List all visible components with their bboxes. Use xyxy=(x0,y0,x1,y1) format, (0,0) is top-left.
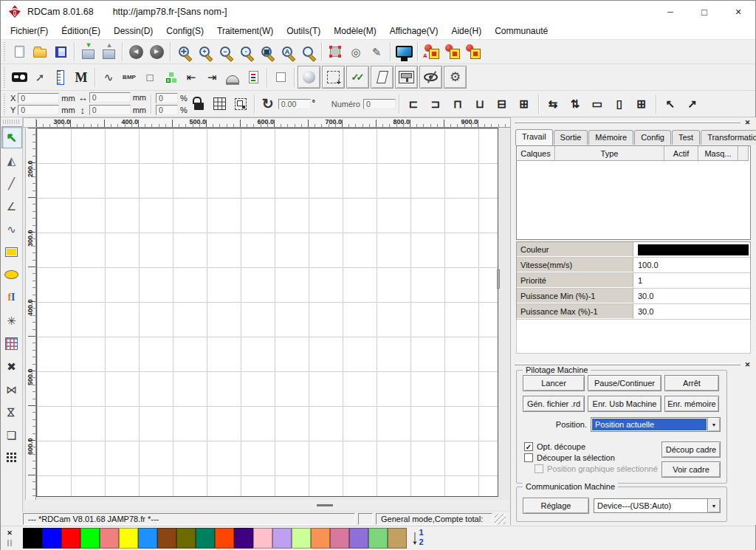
property-value[interactable]: 1 xyxy=(633,273,750,288)
align-top-button[interactable]: ⊓ xyxy=(447,93,469,115)
enr-usb-machine-button[interactable]: Enr. Usb Machine xyxy=(588,396,662,412)
machine-panel-close-button[interactable]: ✕ xyxy=(743,360,752,369)
align-center-h-button[interactable]: ⊟ xyxy=(491,93,513,115)
arret-button[interactable]: Arrêt xyxy=(664,375,719,391)
menu-traitement[interactable]: Traitement(W) xyxy=(210,24,280,38)
relative-position-button[interactable] xyxy=(230,94,251,114)
rotate-button[interactable]: ↻ xyxy=(258,94,278,114)
column-header[interactable]: Type xyxy=(555,146,664,161)
open-file-button[interactable] xyxy=(30,41,50,62)
menu-outils[interactable]: Outils(T) xyxy=(280,24,327,38)
tab-travail[interactable]: Travail xyxy=(515,129,553,145)
palette-color-11[interactable] xyxy=(215,528,234,549)
resize-grip[interactable] xyxy=(495,514,506,524)
layers-table[interactable]: CalquesTypeActifMasq... xyxy=(516,145,751,240)
palette-close-button[interactable]: ✕ xyxy=(5,529,14,537)
save-file-button[interactable] xyxy=(50,41,71,62)
palette-grip[interactable] xyxy=(7,540,12,546)
palette-color-17[interactable] xyxy=(330,528,349,549)
minimize-button[interactable]: ─ xyxy=(653,1,687,23)
palette-color-14[interactable] xyxy=(272,528,292,549)
select-frame-button[interactable] xyxy=(325,41,346,62)
tab-mémoire[interactable]: Mémoire xyxy=(588,130,633,145)
menu-fichier[interactable]: Fichier(F) xyxy=(4,24,55,38)
pen-button[interactable]: ✎ xyxy=(366,41,387,62)
tab-sortie[interactable]: Sortie xyxy=(554,130,588,145)
array-tool-button[interactable] xyxy=(1,447,22,469)
preview-monitor-button[interactable] xyxy=(394,41,414,62)
column-header[interactable]: Actif xyxy=(664,146,698,161)
y-input[interactable] xyxy=(18,105,59,115)
palette-color-9[interactable] xyxy=(176,528,196,549)
menu-affichage[interactable]: Affichage(V) xyxy=(383,24,445,38)
mirror-v-tool-button[interactable]: ⋈ xyxy=(1,401,22,423)
pattern-tool-button[interactable] xyxy=(1,332,22,354)
color-swatch[interactable] xyxy=(638,244,749,255)
mirror-h-tool-button[interactable]: ⋈ xyxy=(1,378,22,400)
position-select[interactable]: Position actuelle ▼ xyxy=(591,417,721,432)
offset-tool-button[interactable]: ❏ xyxy=(1,424,22,446)
stamp-button[interactable] xyxy=(222,67,243,88)
marquee-add-button[interactable] xyxy=(322,66,345,89)
decouper-selection-checkbox[interactable] xyxy=(524,453,533,462)
layer-color-list-button[interactable] xyxy=(243,67,264,88)
zoom-in-button[interactable]: + xyxy=(194,41,215,62)
node-join-button[interactable] xyxy=(160,67,181,88)
menu-config[interactable]: Config(S) xyxy=(159,24,210,38)
maximize-button[interactable]: □ xyxy=(687,1,721,23)
ellipse-tool-button[interactable] xyxy=(1,264,22,286)
dock-grip[interactable] xyxy=(515,121,740,123)
star-tool-button[interactable]: ✳ xyxy=(1,309,22,331)
undo-button[interactable]: ◀ xyxy=(126,41,146,62)
voir-cadre-button[interactable]: Voir cadre xyxy=(662,461,721,478)
palette-color-13[interactable] xyxy=(253,528,272,549)
decoup-cadre-button[interactable]: Découp cadre xyxy=(662,441,721,458)
property-value[interactable]: 30.0 xyxy=(633,304,750,319)
cut-preview-1-button[interactable]: A xyxy=(421,41,441,62)
same-width-button[interactable]: ▭ xyxy=(586,93,608,115)
menu-dessin[interactable]: Dessin(D) xyxy=(107,24,159,38)
width-input[interactable] xyxy=(89,92,131,103)
opt-decoupe-checkbox[interactable]: ✓ xyxy=(524,442,533,451)
lancer-button[interactable]: Lancer xyxy=(523,375,585,391)
align-left-button[interactable]: ⊏ xyxy=(402,93,425,115)
zoom-page-button[interactable]: ▫ xyxy=(236,41,256,62)
chevron-down-icon[interactable]: ▼ xyxy=(707,499,720,512)
laser-head-button[interactable] xyxy=(395,66,418,89)
palette-color-15[interactable] xyxy=(292,528,311,549)
curve-button[interactable]: ∿ xyxy=(98,67,119,88)
redo-button[interactable]: ▶ xyxy=(146,41,167,62)
anchor-point-button[interactable]: ◎ xyxy=(346,41,366,62)
splitter-handle[interactable] xyxy=(317,504,333,506)
scale-x-input[interactable] xyxy=(156,93,178,103)
numero-input[interactable] xyxy=(363,99,396,109)
camera-button[interactable] xyxy=(9,67,30,88)
bezier-tool-button[interactable]: ∿ xyxy=(1,218,22,240)
rectangle-tool-button[interactable] xyxy=(1,241,22,263)
dimension-h1-button[interactable]: ⇤ xyxy=(181,67,202,88)
menu-édition[interactable]: Édition(E) xyxy=(55,24,107,38)
property-value[interactable]: 100.0 xyxy=(633,258,750,272)
corner-top-right-button[interactable]: ↗ xyxy=(681,93,704,115)
space-equal-h-button[interactable]: ⇆ xyxy=(542,93,564,115)
property-value[interactable]: 30.0 xyxy=(633,289,750,303)
chevron-down-icon[interactable]: ▼ xyxy=(707,418,720,431)
palette-color-4[interactable] xyxy=(80,528,100,549)
double-check-button[interactable]: ✓✓ xyxy=(346,66,369,89)
palette-color-5[interactable] xyxy=(100,528,119,549)
text-tool-button[interactable]: fI xyxy=(1,286,22,309)
zoom-frame-button[interactable]: ▦ xyxy=(256,41,277,62)
zoom-out-button[interactable]: − xyxy=(215,41,236,62)
node-edit-tool-button[interactable]: ◭ xyxy=(1,149,22,171)
export-image-button[interactable] xyxy=(98,41,119,62)
palette-color-12[interactable] xyxy=(234,528,253,549)
bmp-button[interactable]: BMP xyxy=(119,67,140,88)
align-right-button[interactable]: ⊐ xyxy=(425,93,447,115)
palette-color-16[interactable] xyxy=(311,528,330,549)
device-select[interactable]: Device---(USB:Auto) ▼ xyxy=(594,498,721,513)
height-input[interactable] xyxy=(89,105,131,115)
palette-color-18[interactable] xyxy=(349,528,368,549)
palette-color-2[interactable] xyxy=(42,528,61,549)
dimension-h2-button[interactable]: ⇥ xyxy=(202,67,222,88)
new-file-button[interactable] xyxy=(9,41,30,62)
